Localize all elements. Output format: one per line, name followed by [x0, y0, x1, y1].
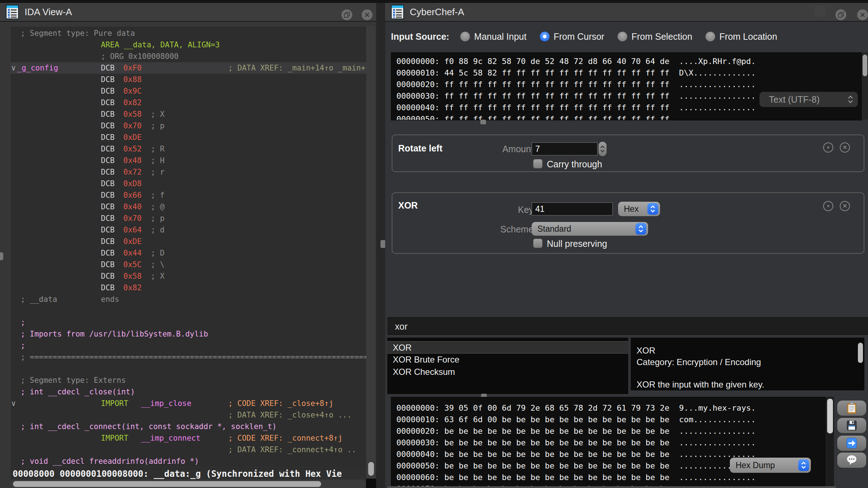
ida-restore-button[interactable] — [341, 9, 352, 20]
operation-result-xor[interactable]: XOR — [387, 341, 628, 354]
asm-token: 0x9C — [123, 85, 142, 97]
asm-line[interactable]: ; DATA XREF: _connect+4↑o .. — [10, 444, 366, 455]
asm-line[interactable]: ; ======================================… — [10, 351, 366, 363]
output-format-dropdown[interactable]: Hex Dump — [730, 458, 811, 473]
asm-line[interactable]: DCB0x64; d — [10, 224, 366, 236]
cyberchef-restore-button[interactable] — [835, 9, 846, 20]
asm-line[interactable]: ; ORG 0x100008000 — [10, 51, 366, 62]
scheme-dropdown[interactable]: Standard — [532, 222, 648, 236]
ida-close-button[interactable]: ✕ — [362, 9, 373, 20]
asm-line[interactable]: DCB0xD8 — [10, 178, 366, 189]
description-scroll-thumb[interactable] — [858, 343, 863, 363]
input-source-option-from-cursor[interactable]: From Cursor — [540, 31, 604, 42]
amount-label: Amount: — [464, 144, 536, 154]
asm-line[interactable] — [10, 363, 366, 374]
asm-line[interactable]: AREA __data, DATA, ALIGN=3 — [10, 39, 366, 51]
asm-line[interactable]: ; — [10, 317, 366, 328]
asm-line[interactable]: DCB0x44; D — [10, 247, 366, 259]
amount-input[interactable]: 7 — [532, 142, 597, 155]
input-source-option-from-location[interactable]: From Location — [705, 31, 777, 42]
cyberchef-close-button[interactable]: ✕ — [857, 9, 868, 20]
input-scroll-thumb[interactable] — [863, 55, 867, 76]
asm-line[interactable]: ; Imports from /usr/lib/libSystem.B.dyli… — [10, 328, 366, 340]
asm-token: ; D — [151, 247, 165, 259]
asm-token: ; Imports from /usr/lib/libSystem.B.dyli… — [21, 328, 208, 340]
asm-line[interactable]: ; DATA XREF: _close+4↑o ... — [10, 409, 366, 421]
asm-line[interactable]: ; int __cdecl _connect(int, const sockad… — [10, 421, 366, 432]
save-output-button[interactable] — [837, 418, 866, 433]
asm-line[interactable]: DCB0x82 — [10, 97, 366, 108]
asm-token: AREA __data, DATA, ALIGN=3 — [101, 39, 220, 51]
carry-through-checkbox[interactable] — [533, 159, 542, 168]
window-splitter-grip[interactable] — [380, 240, 386, 248]
operation-result-xor-checksum[interactable]: XOR Checksum — [387, 366, 628, 378]
asm-line[interactable]: ; Segment type: Pure data — [10, 27, 366, 39]
asm-line[interactable]: DCB0x70; p — [10, 213, 366, 224]
ida-vertical-scrollbar[interactable] — [367, 26, 375, 479]
radio-icon[interactable] — [617, 31, 627, 42]
key-format-dropdown[interactable]: Hex — [618, 202, 660, 216]
asm-token: ; f — [151, 189, 165, 201]
asm-line[interactable]: DCB0x58; X — [10, 108, 366, 120]
ida-vscroll-thumb[interactable] — [368, 462, 374, 476]
asm-line[interactable]: ; __dataends — [10, 294, 366, 305]
asm-line[interactable]: DCB0x82 — [10, 282, 366, 294]
xor-remove-button[interactable]: ✕ — [840, 201, 850, 211]
description-text: XOR the input with the given key. — [637, 380, 764, 390]
operation-list[interactable]: XORXOR Brute ForceXOR Checksum — [387, 338, 628, 394]
input-format-dropdown[interactable]: Text (UTF-8) — [760, 92, 858, 107]
key-input[interactable]: 41 — [532, 202, 613, 215]
asm-line[interactable]: DCB0xDE — [10, 132, 366, 143]
output-scrollbar[interactable] — [826, 397, 834, 488]
null-preserving-checkbox[interactable] — [533, 239, 542, 248]
asm-line[interactable]: ; int __cdecl _close(int) — [10, 386, 366, 398]
asm-token: DCB — [101, 108, 115, 120]
asm-line[interactable]: DCB0xDE — [10, 236, 366, 247]
ida-hscroll-thumb[interactable] — [13, 481, 321, 487]
asm-line[interactable]: DCB0x70; p — [10, 120, 366, 132]
asm-token: ; DATA XREF: _main+14↑o _main+18↑o — [228, 62, 367, 74]
input-scrollbar[interactable] — [862, 52, 868, 120]
asm-line[interactable]: ∨IMPORT__imp_close; CODE XREF: _close+8↑… — [10, 398, 366, 409]
asm-line[interactable]: ; void __cdecl freeaddrinfo(addrinfo *) — [10, 455, 366, 467]
hex-line: 00000020: be be be be be be be be be be … — [396, 425, 756, 437]
asm-line[interactable]: DCB0x72; r — [10, 166, 366, 178]
radio-icon[interactable] — [460, 31, 470, 42]
asm-line[interactable]: DCB0x40; @ — [10, 201, 366, 213]
asm-line[interactable]: DCB0x52; R — [10, 143, 366, 155]
asm-line[interactable]: DCB0x9C — [10, 85, 366, 97]
cyberchef-extra-button[interactable] — [814, 6, 826, 17]
operation-search-input[interactable]: xor — [387, 317, 868, 335]
asm-token: ; DATA XREF: _close+4↑o ... — [228, 409, 352, 421]
radio-icon[interactable] — [705, 31, 715, 42]
xor-disable-button[interactable]: ▼ — [823, 201, 833, 211]
ida-disassembly-view[interactable]: ; Segment type: Pure dataAREA __data, DA… — [10, 26, 367, 468]
asm-line-selected[interactable]: ∨_g_configDCB0xF0; DATA XREF: _main+14↑o… — [10, 62, 366, 74]
feedback-button[interactable] — [837, 453, 866, 468]
asm-line[interactable]: DCB0x48; H — [10, 155, 366, 166]
rotate-remove-button[interactable]: ✕ — [840, 142, 850, 153]
input-splitter-grip[interactable] — [480, 120, 486, 124]
asm-line[interactable]: ; Segment type: Externs — [10, 374, 366, 386]
input-source-option-manual-input[interactable]: Manual Input — [460, 31, 527, 42]
asm-line[interactable]: DCB0x5C; \ — [10, 259, 366, 270]
asm-line[interactable]: DCB0x58; X — [10, 270, 366, 282]
send-output-button[interactable] — [837, 436, 866, 451]
asm-line[interactable]: IMPORT__imp_connect; CODE XREF: _connect… — [10, 432, 366, 444]
input-hex-dump[interactable]: 00000000: f0 88 9c 82 58 70 de 52 48 72 … — [391, 52, 862, 120]
radio-selected-icon[interactable] — [540, 31, 550, 42]
amount-stepper[interactable] — [599, 142, 607, 156]
output-format-value: Hex Dump — [736, 461, 775, 470]
operation-result-xor-brute-force[interactable]: XOR Brute Force — [387, 354, 628, 366]
asm-line[interactable] — [10, 305, 366, 317]
asm-line[interactable]: ; — [10, 340, 366, 351]
input-source-option-from-selection[interactable]: From Selection — [617, 31, 692, 42]
output-scroll-thumb[interactable] — [827, 399, 833, 433]
output-hex-dump[interactable]: 00000000: 39 05 0f 00 6d 79 2e 68 65 78 … — [391, 397, 826, 488]
rotate-disable-button[interactable]: ▼ — [823, 142, 833, 153]
asm-line[interactable]: DCB0x66; f — [10, 189, 366, 201]
left-splitter-grip[interactable] — [0, 252, 3, 260]
asm-line[interactable]: DCB0x88 — [10, 74, 366, 85]
copy-to-clipboard-button[interactable] — [837, 401, 866, 416]
ida-horizontal-scrollbar[interactable] — [10, 480, 366, 488]
